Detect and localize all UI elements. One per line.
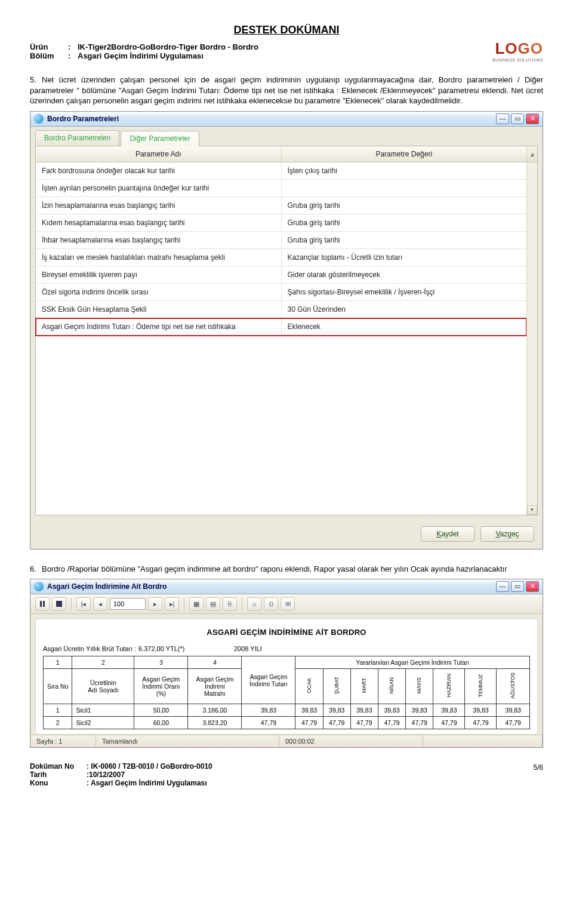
param-name: Asgari Geçim İndirimi Tutarı : Ödeme tip… bbox=[36, 318, 282, 335]
page-number-input[interactable] bbox=[110, 598, 146, 610]
product-value: IK-Tiger2Bordro-GoBordro-Tiger Bordro - … bbox=[78, 42, 258, 51]
param-value: Gruba giriş tarihi bbox=[282, 197, 527, 214]
table-row[interactable]: İşten ayrılan personelin puantajına önde… bbox=[36, 180, 526, 197]
tab-diger-parametreler[interactable]: Diğer Parametreler bbox=[121, 131, 199, 146]
window-title: Bordro Parametreleri bbox=[47, 115, 496, 123]
scrollbar[interactable]: ▾ bbox=[526, 162, 537, 515]
table-row[interactable]: Kıdem hesaplamalarına esas başlangıç tar… bbox=[36, 214, 526, 232]
pause-icon[interactable] bbox=[35, 597, 50, 610]
report-table: 1234Asgari Geçimİndirimi TutarıYararlanı… bbox=[43, 656, 530, 729]
param-value: 30 Gün Üzerinden bbox=[282, 301, 527, 318]
paragraph-6: 6.Bordro /Raporlar bölümüne "Asgari geçi… bbox=[30, 564, 543, 575]
tool-icon[interactable]: ▤ bbox=[206, 597, 220, 610]
section-value: Asgari Geçim İndirimi Uygulaması bbox=[78, 51, 204, 60]
param-name: İhbar hesaplamalarına esas başlangıç tar… bbox=[36, 232, 282, 248]
svg-rect-1 bbox=[43, 601, 45, 607]
param-value: Gider olarak gösterilmeyecek bbox=[282, 266, 527, 283]
page-footer: Doküman No: IK-0060 / T2B-0010 / GoBordr… bbox=[30, 762, 543, 787]
doc-title: DESTEK DOKÜMANI bbox=[30, 24, 543, 36]
window-asgari-bordro: Asgari Geçim İndirimine Ait Bordro — ▭ ✕… bbox=[30, 579, 543, 748]
tab-bordro-parametreleri[interactable]: Bordro Parametreleri bbox=[35, 130, 119, 146]
param-name: İş kazaları ve meslek hastalıkları matra… bbox=[36, 249, 282, 266]
report-title: ASGARİ GEÇİM İNDİRİMİNE AİT BORDRO bbox=[43, 628, 530, 637]
report-body: ASGARİ GEÇİM İNDİRİMİNE AİT BORDRO Asgar… bbox=[35, 619, 538, 735]
param-name: İşten ayrılan personelin puantajına önde… bbox=[36, 180, 282, 197]
table-row[interactable]: İzin hesaplamalarına esas başlangıç tari… bbox=[36, 197, 526, 214]
last-page-icon[interactable]: ▸| bbox=[165, 597, 179, 610]
colon: : bbox=[68, 42, 78, 51]
table-row[interactable]: Bireysel emeklilik işveren payıGider ola… bbox=[36, 266, 526, 284]
report-row: 1Sicil150,003.186,0039,8339,8339,8339,83… bbox=[44, 704, 530, 717]
product-label: Ürün bbox=[30, 42, 68, 51]
report-toolbar: |◂ ◂ ▸ ▸| ▦ ▤ ⎘ ⌕ ⎙ ✉ bbox=[30, 594, 543, 614]
param-value: Gruba giriş tarihi bbox=[282, 232, 527, 248]
tool-icon[interactable]: ▦ bbox=[189, 597, 204, 610]
minimize-button[interactable]: — bbox=[496, 581, 509, 592]
maximize-button[interactable]: ▭ bbox=[511, 113, 524, 124]
scroll-up-icon[interactable]: ▴ bbox=[526, 146, 537, 162]
tool-icon[interactable]: ⎘ bbox=[223, 597, 237, 610]
table-row[interactable]: SSK Eksik Gün Hesaplama Şekli30 Gün Üzer… bbox=[36, 301, 526, 318]
next-page-icon[interactable]: ▸ bbox=[148, 597, 162, 610]
window-title: Asgari Geçim İndirimine Ait Bordro bbox=[47, 582, 496, 591]
titlebar[interactable]: Bordro Parametreleri — ▭ ✕ bbox=[30, 112, 543, 127]
param-name: Kıdem hesaplamalarına esas başlangıç tar… bbox=[36, 214, 282, 231]
col-header-value[interactable]: Parametre Değeri bbox=[282, 146, 527, 162]
first-page-icon[interactable]: |◂ bbox=[76, 597, 91, 610]
annual-gross-label: Asgari Ücretin Yıllık Brüt Tutarı : bbox=[43, 645, 138, 652]
tool-icon[interactable]: ⎙ bbox=[264, 597, 278, 610]
logo: LOGO BUSINESS SOLUTIONS bbox=[492, 39, 543, 62]
param-value: İşten çıkış tarihi bbox=[282, 162, 527, 179]
svg-rect-2 bbox=[56, 601, 62, 607]
page-number: 5/6 bbox=[533, 762, 543, 787]
tool-icon[interactable]: ⌕ bbox=[247, 597, 261, 610]
minimize-button[interactable]: — bbox=[496, 113, 509, 124]
param-name: Fark bordrosuna öndeğer olacak kur tarih… bbox=[36, 162, 282, 179]
param-value: Şahıs sigortası-Bireysel emeklilik / İşv… bbox=[282, 284, 527, 300]
scroll-down-icon[interactable]: ▾ bbox=[527, 505, 537, 515]
app-icon bbox=[34, 582, 44, 591]
table-row[interactable]: Fark bordrosuna öndeğer olacak kur tarih… bbox=[36, 162, 526, 180]
param-value: Gruba giriş tarihi bbox=[282, 214, 527, 231]
cancel-button[interactable]: Vazgeç bbox=[480, 526, 534, 542]
app-icon bbox=[34, 114, 44, 124]
status-state: Tamamlandı bbox=[96, 735, 279, 747]
svg-rect-0 bbox=[40, 601, 42, 607]
table-row[interactable]: İş kazaları ve meslek hastalıkları matra… bbox=[36, 249, 526, 266]
paragraph-5: 5.Net ücret üzerinden çalışan personel i… bbox=[30, 75, 543, 106]
status-page: Sayfa : 1 bbox=[30, 735, 96, 747]
prev-page-icon[interactable]: ◂ bbox=[93, 597, 107, 610]
table-row[interactable]: Asgari Geçim İndirimi Tutarı : Ödeme tip… bbox=[36, 318, 526, 336]
param-value: Eklenecek bbox=[282, 318, 527, 335]
parameter-grid: Parametre Adı Parametre Değeri ▴ Fark bo… bbox=[35, 146, 538, 515]
titlebar[interactable]: Asgari Geçim İndirimine Ait Bordro — ▭ ✕ bbox=[30, 579, 543, 594]
param-value bbox=[282, 180, 527, 197]
table-row[interactable]: Özel sigorta indirimi öncelik sırasıŞahı… bbox=[36, 284, 526, 301]
report-row: 2Sicil260,003.823,2047,7947,7947,7947,79… bbox=[44, 717, 530, 729]
save-button[interactable]: Kaydet bbox=[421, 526, 475, 542]
logo-subtitle: BUSINESS SOLUTIONS bbox=[492, 58, 543, 62]
col-header-param[interactable]: Parametre Adı bbox=[36, 146, 282, 162]
table-row[interactable]: İhbar hesaplamalarına esas başlangıç tar… bbox=[36, 232, 526, 249]
param-value: Kazançlar toplamı - Ücretli izin tutarı bbox=[282, 249, 527, 266]
stop-icon[interactable] bbox=[52, 597, 66, 610]
status-spacer bbox=[423, 735, 543, 747]
section-label: Bölüm bbox=[30, 51, 68, 60]
maximize-button[interactable]: ▭ bbox=[511, 581, 524, 592]
close-button[interactable]: ✕ bbox=[526, 581, 539, 592]
window-bordro-parametreleri: Bordro Parametreleri — ▭ ✕ Bordro Parame… bbox=[30, 111, 543, 550]
status-time: 000:00:02 bbox=[279, 735, 423, 747]
param-name: İzin hesaplamalarına esas başlangıç tari… bbox=[36, 197, 282, 214]
colon: : bbox=[68, 51, 78, 60]
report-year: 2008 YILI bbox=[234, 645, 530, 652]
param-name: SSK Eksik Gün Hesaplama Şekli bbox=[36, 301, 282, 318]
param-name: Özel sigorta indirimi öncelik sırası bbox=[36, 284, 282, 300]
status-bar: Sayfa : 1 Tamamlandı 000:00:02 bbox=[30, 735, 543, 747]
close-button[interactable]: ✕ bbox=[526, 113, 539, 124]
tool-icon[interactable]: ✉ bbox=[281, 597, 295, 610]
annual-gross-value: 6.372,00 YTL(*) bbox=[138, 645, 234, 652]
param-name: Bireysel emeklilik işveren payı bbox=[36, 266, 282, 283]
